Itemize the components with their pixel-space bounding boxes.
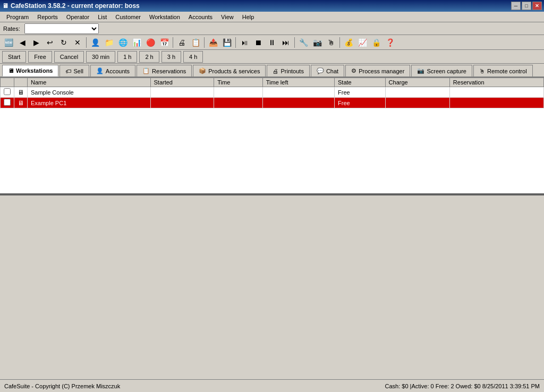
tab-workstations[interactable]: 🖥 Workstations	[2, 65, 58, 76]
toolbar-sep-3	[204, 37, 205, 48]
time-1h-button[interactable]: 1 h	[117, 51, 137, 63]
toolbar-sep-2	[173, 37, 173, 48]
row-charge	[385, 87, 449, 98]
menu-customer[interactable]: Customer	[111, 13, 145, 21]
tb-icon14[interactable]: ⏭	[279, 36, 292, 49]
minimize-button[interactable]: ─	[511, 2, 521, 10]
reservations-icon: 📋	[142, 67, 150, 74]
tab-remote-control[interactable]: 🖱 Remote control	[473, 65, 533, 76]
tb-icon15[interactable]: 🔧	[297, 36, 310, 49]
tb-icon2[interactable]: 📁	[103, 36, 115, 49]
tab-reservations[interactable]: 📋 Reservations	[137, 65, 192, 76]
workstations-table-area: Name Started Time Time left State Charge…	[0, 78, 544, 194]
menu-accounts[interactable]: Accounts	[184, 13, 217, 21]
tb-icon16[interactable]: 📷	[311, 36, 324, 49]
tb-icon17[interactable]: 🖱	[325, 36, 337, 49]
start-button[interactable]: Start	[2, 51, 26, 63]
workstations-table: Name Started Time Time left State Charge…	[0, 78, 544, 108]
tb-new[interactable]: 🆕	[2, 36, 15, 49]
col-state: State	[335, 78, 386, 87]
toolbar: 🆕 ◀ ▶ ↩ ↻ ✕ 👤 📁 🌐 📊 🔴 📅 🖨 📋 📤 💾 ⏯ ⏹ ⏸ ⏭ …	[0, 35, 544, 50]
title-bar-controls: ─ □ ✕	[511, 2, 542, 10]
row-started	[150, 98, 214, 108]
products-icon: 📦	[199, 67, 206, 74]
tb-icon4[interactable]: 📊	[130, 36, 143, 49]
tb-icon10[interactable]: 💾	[220, 36, 233, 49]
tb-icon19[interactable]: 📈	[356, 36, 369, 49]
tab-process-manager[interactable]: ⚙ Process manager	[345, 65, 410, 76]
tab-accounts[interactable]: 👤 Accounts	[90, 65, 135, 76]
row-reservation	[449, 98, 543, 108]
row-checkbox-input[interactable]	[4, 88, 11, 95]
row-name: Example PC1	[28, 98, 151, 108]
tb-redo[interactable]: ↻	[57, 36, 70, 49]
free-button[interactable]: Free	[28, 51, 52, 63]
tab-products[interactable]: 📦 Products & services	[193, 65, 266, 76]
col-name: Name	[28, 78, 151, 87]
quick-action-bar: Start Free Cancel 30 min 1 h 2 h 3 h 4 h	[0, 50, 544, 64]
title-bar-left: 🖥 CafeStation 3.58.2 - current operator:…	[2, 2, 140, 10]
tab-sell[interactable]: 🏷 Sell	[60, 65, 89, 76]
tb-forward[interactable]: ▶	[30, 36, 42, 49]
col-checkbox	[1, 78, 14, 87]
menu-workstation[interactable]: Workstation	[145, 13, 184, 21]
row-charge	[385, 98, 449, 108]
tb-icon21[interactable]: ❓	[384, 36, 396, 49]
time-2h-button[interactable]: 2 h	[139, 51, 159, 63]
workstations-table-body: 🖥 Sample Console Free 🖥 Example PC1	[1, 87, 544, 108]
tab-chat[interactable]: 💬 Chat	[311, 65, 344, 76]
bottom-panel	[0, 194, 544, 348]
row-checkbox[interactable]	[1, 87, 14, 98]
tabs-bar: 🖥 Workstations 🏷 Sell 👤 Accounts 📋 Reser…	[0, 64, 544, 78]
tab-printouts[interactable]: 🖨 Printouts	[267, 65, 309, 76]
close-button[interactable]: ✕	[532, 2, 542, 10]
col-charge: Charge	[385, 78, 449, 87]
tb-cancel[interactable]: ✕	[71, 36, 84, 49]
menu-help[interactable]: Help	[238, 13, 259, 21]
rates-dropdown[interactable]	[24, 23, 99, 34]
pc-icon: 🖥	[18, 99, 24, 107]
tb-icon12[interactable]: ⏹	[252, 36, 265, 49]
tb-back[interactable]: ◀	[16, 36, 29, 49]
table-header-row: Name Started Time Time left State Charge…	[1, 78, 544, 87]
menu-operator[interactable]: Operator	[62, 13, 94, 21]
tb-icon5[interactable]: 🔴	[144, 36, 157, 49]
cancel-button[interactable]: Cancel	[54, 51, 84, 63]
menu-list[interactable]: List	[94, 13, 111, 21]
tb-icon13[interactable]: ⏸	[266, 36, 278, 49]
row-icon: 🖥	[14, 98, 28, 108]
tb-icon7[interactable]: 🖨	[175, 36, 188, 49]
tb-icon20[interactable]: 🔒	[370, 36, 382, 49]
tab-screen-capture[interactable]: 📷 Screen capture	[411, 65, 472, 76]
tb-icon6[interactable]: 📅	[158, 36, 171, 49]
time-4h-button[interactable]: 4 h	[183, 51, 203, 63]
console-icon: 🖥	[18, 89, 24, 96]
sell-icon: 🏷	[65, 68, 71, 74]
tb-icon9[interactable]: 📤	[207, 36, 219, 49]
col-started: Started	[150, 78, 214, 87]
tb-icon3[interactable]: 🌐	[116, 36, 129, 49]
title-bar: 🖥 CafeStation 3.58.2 - current operator:…	[0, 0, 544, 12]
menu-view[interactable]: View	[217, 13, 238, 21]
time-30min-button[interactable]: 30 min	[86, 51, 115, 63]
table-row[interactable]: 🖥 Sample Console Free	[1, 87, 544, 98]
col-time-left: Time left	[262, 78, 334, 87]
col-time: Time	[214, 78, 263, 87]
row-checkbox[interactable]	[1, 98, 14, 108]
table-row[interactable]: 🖥 Example PC1 Free	[1, 98, 544, 108]
tb-icon1[interactable]: 👤	[89, 36, 101, 49]
tb-icon11[interactable]: ⏯	[238, 36, 251, 49]
tb-undo[interactable]: ↩	[44, 36, 56, 49]
row-time	[214, 87, 263, 98]
printouts-icon: 🖨	[273, 68, 278, 74]
time-3h-button[interactable]: 3 h	[162, 51, 181, 63]
chat-icon: 💬	[317, 67, 324, 74]
menu-reports[interactable]: Reports	[33, 13, 62, 21]
restore-button[interactable]: □	[522, 2, 531, 10]
tb-icon8[interactable]: 📋	[189, 36, 202, 49]
tb-icon18[interactable]: 💰	[342, 36, 355, 49]
rates-label: Rates:	[3, 25, 20, 32]
row-checkbox-input[interactable]	[4, 99, 11, 106]
app-title: CafeStation 3.58.2 - current operator: b…	[11, 2, 140, 10]
menu-program[interactable]: Program	[2, 13, 33, 21]
